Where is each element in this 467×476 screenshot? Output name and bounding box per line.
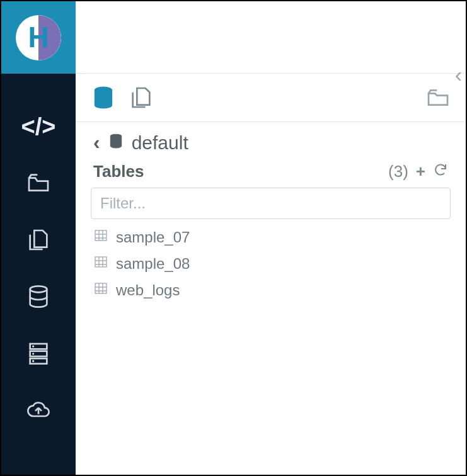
table-name: web_logs (116, 281, 180, 299)
collapse-panel-icon[interactable]: ‹ (455, 62, 462, 87)
folder-open-icon[interactable] (23, 168, 54, 198)
database-tab-icon[interactable] (91, 85, 116, 113)
refresh-icon[interactable] (433, 162, 448, 181)
table-icon (93, 254, 108, 273)
table-row[interactable]: sample_07 (93, 227, 448, 248)
breadcrumb: ‹ default (76, 122, 466, 159)
files-icon[interactable] (23, 225, 54, 255)
table-row[interactable]: sample_08 (93, 253, 448, 275)
database-icon[interactable] (23, 281, 54, 312)
svg-point-4 (33, 346, 34, 347)
cloud-upload-icon[interactable] (23, 395, 54, 425)
filter-wrap (76, 188, 466, 219)
table-icon (93, 281, 108, 300)
breadcrumb-database-name[interactable]: default (132, 132, 188, 154)
files-tab-icon[interactable] (129, 85, 154, 113)
top-header (76, 1, 466, 74)
database-small-icon (108, 132, 124, 154)
table-name: sample_08 (116, 255, 190, 273)
svg-point-0 (30, 286, 47, 292)
add-table-icon[interactable]: + (416, 162, 425, 181)
svg-rect-10 (95, 257, 107, 267)
open-folder-icon[interactable] (425, 85, 451, 113)
logo-area (1, 1, 76, 74)
assist-toolbar: ‹ (76, 74, 466, 122)
table-icon (93, 228, 108, 247)
svg-point-6 (33, 361, 34, 362)
table-row[interactable]: web_logs (93, 280, 448, 301)
svg-rect-9 (95, 230, 107, 241)
back-icon[interactable]: ‹ (93, 131, 100, 154)
hue-logo-icon[interactable] (16, 15, 61, 60)
svg-point-5 (33, 353, 34, 354)
main-panel: ‹ ‹ default Tables (3) + (76, 1, 466, 475)
sidebar: </> (1, 1, 76, 475)
table-name: sample_07 (116, 229, 190, 246)
sidebar-nav: </> (23, 111, 54, 425)
server-icon[interactable] (23, 338, 54, 368)
tables-section-header: Tables (3) + (76, 159, 466, 188)
tables-list: sample_07 sample_08 web_logs (76, 219, 466, 309)
tables-count: (3) (388, 162, 408, 181)
filter-input[interactable] (91, 188, 451, 219)
editor-icon[interactable]: </> (23, 111, 54, 142)
svg-rect-11 (95, 283, 107, 293)
tables-title: Tables (93, 162, 144, 181)
